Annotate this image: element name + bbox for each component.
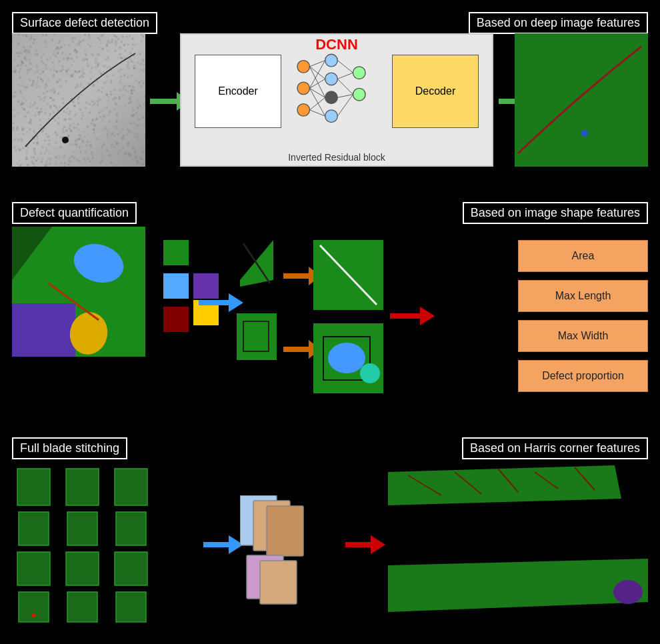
svg-point-3 [325, 54, 338, 67]
s3-title2: Based on Harris corner features [462, 437, 648, 459]
inverted-label: Inverted Residual block [288, 152, 385, 163]
svg-line-20 [337, 79, 353, 94]
s2-input-canvas [12, 227, 145, 357]
svg-point-5 [325, 91, 338, 104]
s2-large-shapes [313, 240, 383, 393]
s1-input-image [12, 33, 145, 167]
s3-red-arrow [345, 535, 385, 554]
encoder-box: Encoder [195, 55, 281, 128]
stitched-canvas [388, 462, 648, 629]
s3-blue-arrow [203, 535, 243, 554]
s2-squares [163, 240, 189, 332]
feature-defect-proportion: Defect proportion [518, 360, 648, 392]
svg-point-0 [297, 61, 310, 73]
svg-line-12 [310, 61, 325, 89]
blob-svg [237, 313, 277, 360]
s3-arrow-body [203, 542, 229, 547]
svg-line-19 [337, 73, 353, 79]
shape-blob [237, 313, 277, 360]
s3-blade-strips [12, 462, 189, 629]
feature-max-width-text: Max Width [558, 330, 609, 342]
s1-title2: Based on deep image features [469, 12, 648, 34]
large-shape-diagonal [313, 240, 383, 310]
s3-red-arrow-body [345, 542, 371, 547]
svg-line-10 [310, 67, 325, 79]
svg-line-17 [310, 110, 325, 116]
svg-point-7 [353, 67, 366, 79]
shape-diagonal [237, 240, 277, 287]
s1-title2-text: Based on deep image features [477, 16, 640, 29]
blade2-canvas [61, 462, 104, 625]
s1-input-canvas [12, 33, 145, 167]
feature-max-length-text: Max Length [555, 290, 611, 302]
s2-feature-labels: Area Max Length Max Width Defect proport… [518, 240, 648, 392]
svg-line-21 [337, 95, 353, 98]
blade3-canvas [109, 462, 153, 625]
s3-title-text: Full blade stitching [20, 441, 119, 455]
svg-line-16 [310, 97, 325, 110]
sq-dark-red [163, 307, 189, 332]
large-shape1-canvas [313, 240, 383, 310]
sq-green [163, 240, 189, 265]
svg-line-18 [337, 61, 353, 73]
svg-point-1 [297, 82, 310, 95]
s2-input-image [12, 227, 145, 357]
large-shape2-canvas [313, 323, 383, 393]
s3-title2-text: Based on Harris corner features [470, 441, 640, 455]
decoder-box: Decoder [392, 55, 479, 128]
s3-pages-container [240, 495, 340, 605]
svg-line-9 [310, 61, 325, 67]
decoder-label: Decoder [415, 85, 455, 97]
svg-rect-29 [267, 506, 303, 556]
svg-line-22 [337, 95, 353, 117]
s2-title2: Based on image shape features [463, 202, 648, 224]
s2-title2-text: Based on image shape features [471, 206, 640, 219]
encoder-label: Encoder [218, 85, 258, 97]
section1-surface-defect: Surface defect detection Based on deep i… [7, 7, 653, 180]
s3-red-arrow-head [371, 535, 385, 554]
s2-red-arrow [390, 307, 435, 325]
pages-svg [240, 495, 340, 605]
s2-title: Defect quantification [12, 202, 137, 224]
nn-diagram [288, 48, 375, 135]
large-shape-blob [313, 323, 383, 393]
svg-point-8 [353, 88, 366, 101]
s1-output-image [515, 33, 648, 167]
svg-point-2 [297, 104, 310, 117]
svg-rect-31 [260, 561, 297, 604]
section3-blade-stitching: Full blade stitching Based on Harris cor… [7, 432, 653, 639]
s1-title-text: Surface defect detection [20, 16, 149, 29]
blade1-canvas [12, 462, 55, 625]
s1-dcnn-block: DCNN Encoder [180, 33, 493, 167]
feature-area-text: Area [572, 250, 595, 262]
s3-output-image [388, 462, 648, 629]
feature-max-width: Max Width [518, 320, 648, 352]
feature-defect-proportion-text: Defect proportion [542, 370, 624, 382]
sq-blue [163, 273, 189, 299]
s2-title-text: Defect quantification [20, 206, 129, 219]
svg-point-4 [325, 73, 338, 85]
svg-point-6 [325, 110, 338, 123]
feature-area: Area [518, 240, 648, 272]
s2-medium-shapes [237, 240, 277, 360]
s1-title: Surface defect detection [12, 12, 157, 34]
s1-output-canvas [515, 33, 648, 167]
feature-max-length: Max Length [518, 280, 648, 312]
section2-defect-quant: Defect quantification Based on image sha… [7, 197, 653, 417]
diagonal-svg [237, 240, 277, 287]
s3-title: Full blade stitching [12, 437, 127, 459]
